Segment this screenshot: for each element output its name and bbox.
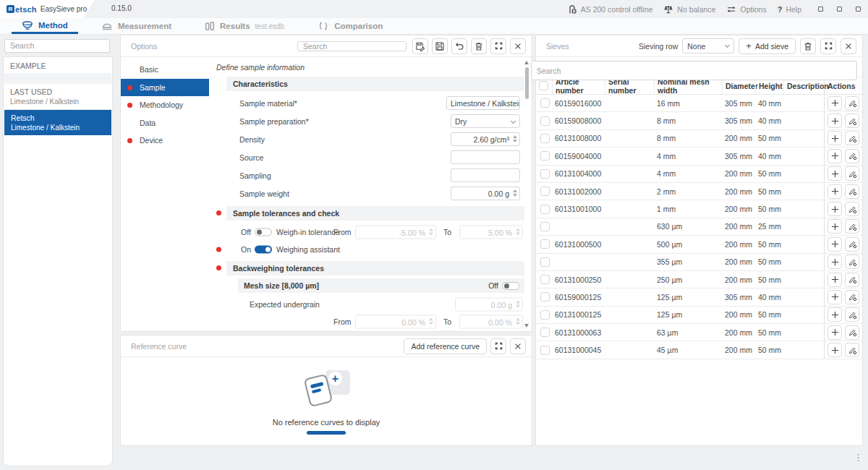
expected-undergrain-input[interactable]: 0.00 g <box>455 298 523 312</box>
maximize-button[interactable] <box>837 7 842 12</box>
save-as-button[interactable] <box>412 38 428 54</box>
edit-sieve-button[interactable] <box>845 202 859 216</box>
row-checkbox[interactable] <box>540 239 550 249</box>
method-item-retsch[interactable]: Retsch Limestone / Kalkstein <box>4 109 111 135</box>
close-panel-button[interactable] <box>510 338 526 354</box>
add-sieve-to-row-button[interactable] <box>827 325 842 340</box>
edit-sieve-button[interactable] <box>845 325 859 340</box>
scrollbar-thumb[interactable] <box>525 67 529 99</box>
edit-sieve-button[interactable] <box>845 290 859 304</box>
edit-sieve-button[interactable] <box>845 114 859 128</box>
row-checkbox[interactable] <box>540 346 550 355</box>
expand-button[interactable] <box>490 338 506 354</box>
method-item-last-used[interactable]: LAST USED Limestone / Kalkstein <box>4 83 112 109</box>
row-checkbox[interactable] <box>540 116 550 126</box>
method-search-input[interactable] <box>4 39 110 53</box>
save-button[interactable] <box>432 38 448 54</box>
add-sieve-to-row-button[interactable] <box>827 202 842 216</box>
weigh-in-from-input[interactable]: -5.00 % <box>355 226 436 239</box>
row-checkbox[interactable] <box>540 310 550 320</box>
mesh-size-toggle[interactable] <box>502 282 519 290</box>
edit-sieve-button[interactable] <box>845 307 859 322</box>
edit-sieve-button[interactable] <box>845 96 859 111</box>
edit-sieve-button[interactable] <box>845 219 859 234</box>
row-checkbox[interactable] <box>540 98 550 108</box>
delete-sieves-button[interactable] <box>800 38 816 54</box>
add-reference-curve-button[interactable]: Add reference curve <box>404 338 487 354</box>
edit-sieve-button[interactable] <box>845 166 859 181</box>
nav-item-device[interactable]: Device <box>121 132 209 150</box>
row-checkbox[interactable] <box>540 222 550 231</box>
close-panel-button[interactable] <box>510 38 526 54</box>
add-sieve-to-row-button[interactable] <box>827 219 842 234</box>
delete-button[interactable] <box>471 38 487 54</box>
row-checkbox[interactable] <box>540 134 550 143</box>
add-sieve-to-row-button[interactable] <box>827 131 842 145</box>
edit-sieve-button[interactable] <box>845 237 859 252</box>
density-input[interactable]: 2.60 g/cm³ <box>451 132 520 146</box>
add-sieve-to-row-button[interactable] <box>827 114 842 128</box>
edit-sieve-button[interactable] <box>845 273 859 287</box>
expand-button[interactable] <box>490 38 506 54</box>
add-sieve-to-row-button[interactable] <box>827 255 842 269</box>
undo-button[interactable] <box>451 38 467 54</box>
sampling-input[interactable] <box>451 168 520 182</box>
row-checkbox[interactable] <box>540 275 550 284</box>
row-checkbox[interactable] <box>540 151 550 161</box>
row-checkbox[interactable] <box>540 328 550 337</box>
weighing-assistant-toggle[interactable] <box>255 246 272 254</box>
add-sieve-to-row-button[interactable] <box>827 237 842 252</box>
weigh-in-to-input[interactable]: 5.00 % <box>459 226 523 239</box>
sample-material-input[interactable]: Limestone / Kalkstein <box>446 96 520 110</box>
edit-sieve-button[interactable] <box>845 131 859 145</box>
row-checkbox[interactable] <box>540 292 550 302</box>
edit-sieve-button[interactable] <box>845 184 859 199</box>
nav-item-sample[interactable]: Sample <box>121 79 209 97</box>
add-sieve-to-row-button[interactable] <box>827 149 842 163</box>
add-sieve-to-row-button[interactable] <box>827 343 842 357</box>
sieves-search-input[interactable] <box>531 61 857 80</box>
options-menu[interactable]: Options <box>726 4 766 14</box>
undergrain-to-input[interactable]: 0.00 % <box>459 315 523 329</box>
tab-method[interactable]: Method <box>12 18 78 34</box>
scroll-down-icon[interactable] <box>524 324 529 328</box>
nav-item-data[interactable]: Data <box>121 114 209 132</box>
spinner-icon[interactable] <box>513 135 517 142</box>
sieving-row-select[interactable]: None <box>682 38 734 54</box>
add-sieve-to-row-button[interactable] <box>827 307 842 322</box>
undergrain-from-input[interactable]: 0.00 % <box>355 315 436 329</box>
spinner-icon[interactable] <box>513 189 517 197</box>
more-options-kebab[interactable]: ⋮ <box>854 453 863 462</box>
nav-item-methodology[interactable]: Methodology <box>121 96 209 114</box>
method-group-example[interactable]: EXAMPLE <box>4 57 112 82</box>
minimize-button[interactable] <box>818 7 823 12</box>
options-search-input[interactable] <box>297 41 407 51</box>
tab-results[interactable]: Results test.esdb <box>195 18 294 34</box>
select-all-checkbox[interactable] <box>539 81 548 90</box>
source-input[interactable] <box>451 150 520 164</box>
row-checkbox[interactable] <box>540 187 550 196</box>
close-panel-button[interactable] <box>841 38 856 54</box>
nav-item-basic[interactable]: Basic <box>121 61 209 79</box>
tab-comparison[interactable]: Comparison <box>307 18 393 34</box>
add-sieve-button[interactable]: + Add sieve <box>739 38 796 54</box>
add-sieve-to-row-button[interactable] <box>827 184 842 199</box>
weigh-in-tolerance-toggle[interactable] <box>255 228 272 236</box>
add-sieve-to-row-button[interactable] <box>827 290 842 304</box>
form-scrollbar[interactable] <box>524 61 529 328</box>
row-checkbox[interactable] <box>540 169 550 179</box>
sample-preparation-select[interactable]: Dry <box>451 114 520 128</box>
expand-button[interactable] <box>820 38 836 54</box>
add-sieve-to-row-button[interactable] <box>827 273 842 287</box>
tab-measurement[interactable]: Measurement <box>91 18 182 34</box>
add-sieve-to-row-button[interactable] <box>827 96 842 111</box>
edit-sieve-button[interactable] <box>845 343 859 357</box>
row-checkbox[interactable] <box>540 205 550 214</box>
sample-weight-input[interactable]: 0.00 g <box>451 187 520 200</box>
row-checkbox[interactable] <box>540 257 550 267</box>
edit-sieve-button[interactable] <box>845 149 859 163</box>
scroll-up-icon[interactable] <box>524 61 529 64</box>
help-menu[interactable]: ? Help <box>778 5 801 14</box>
edit-sieve-button[interactable] <box>845 255 859 269</box>
close-window-button[interactable] <box>856 7 861 12</box>
